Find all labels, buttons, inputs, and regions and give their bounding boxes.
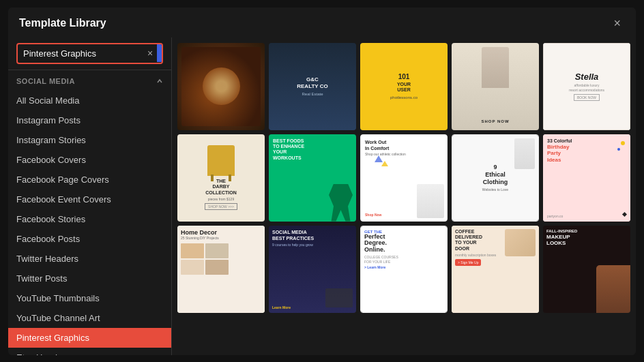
search-box: ×	[16, 43, 163, 64]
template-card[interactable]: 9EthicalClothing Websites to Love	[452, 134, 539, 222]
template-card[interactable]: BEST FOODSto enhanceYOURWORKOUTS	[269, 134, 356, 222]
template-card[interactable]: SHOP NOW	[452, 43, 539, 130]
template-card[interactable]: Stella affordable luxuryresort accommoda…	[543, 43, 630, 130]
sidebar-item-pinterest-graphics[interactable]: Pinterest Graphics	[8, 328, 171, 348]
template-card[interactable]: CoffeeDeliveredTo YourDoor monthly subsc…	[452, 226, 539, 313]
sidebar-item-twitter-posts[interactable]: Twitter Posts	[8, 269, 171, 288]
section-label: SOCIAL MEDIA	[16, 77, 75, 85]
sidebar: × SOCIAL MEDIA All	[8, 37, 172, 355]
modal-header: Template Library ×	[8, 7, 636, 37]
template-library-modal: Template Library × ×	[8, 7, 636, 355]
sidebar-item-youtube-thumbnails[interactable]: YouTube Thumbnails	[8, 288, 171, 308]
modal-overlay: Template Library × ×	[0, 0, 644, 362]
template-card[interactable]: Work OutIn Comfort Shop our athletic col…	[360, 134, 448, 222]
chevron-up-icon	[156, 78, 163, 85]
template-card[interactable]: 101 YOURUSER photlessons.co	[360, 43, 448, 130]
template-card[interactable]: G&CRealty Co Real Estate	[269, 43, 356, 130]
sidebar-item-youtube-channel-art[interactable]: YouTube Channel Art	[8, 308, 171, 328]
template-card[interactable]: THEDARBYCOLLECTION pieces from $129 SHOP…	[177, 134, 265, 222]
template-card[interactable]: Social MediaBest Practices 9 courses to …	[269, 226, 356, 313]
template-card[interactable]: Fall-Inspired MAKEUPLOOKS	[543, 226, 630, 313]
sidebar-item-instagram-posts[interactable]: Instagram Posts	[8, 110, 171, 130]
template-card[interactable]: 33 Colorful BirthdayPartyIdeas partyon.c…	[543, 134, 630, 222]
section-header: SOCIAL MEDIA	[8, 70, 171, 91]
modal-body: × SOCIAL MEDIA All	[8, 37, 636, 355]
template-grid: G&CRealty Co Real Estate 101 YOURUSER ph…	[177, 43, 630, 313]
template-card[interactable]: Home Decor 25 Stunning DIY Projects	[177, 226, 265, 313]
content-area: G&CRealty Co Real Estate 101 YOURUSER ph…	[172, 37, 636, 355]
modal-title: Template Library	[19, 17, 106, 29]
search-clear-button[interactable]: ×	[143, 48, 157, 59]
sidebar-item-facebook-page-covers[interactable]: Facebook Page Covers	[8, 170, 171, 190]
sidebar-item-facebook-stories[interactable]: Facebook Stories	[8, 209, 171, 229]
close-button[interactable]: ×	[609, 16, 625, 31]
template-card[interactable]: Get The PerfectDegree.Online. COLLEGE CO…	[360, 226, 448, 313]
search-submit-button[interactable]	[157, 44, 163, 62]
template-card[interactable]	[177, 43, 265, 130]
sidebar-item-facebook-posts[interactable]: Facebook Posts	[8, 229, 171, 249]
search-input[interactable]	[18, 44, 143, 63]
search-container: ×	[8, 37, 171, 70]
sidebar-item-facebook-event-covers[interactable]: Facebook Event Covers	[8, 190, 171, 209]
sidebar-item-twitter-headers[interactable]: Twitter Headers	[8, 249, 171, 269]
sidebar-item-all-social[interactable]: All Social Media	[8, 91, 171, 110]
sidebar-item-facebook-covers[interactable]: Facebook Covers	[8, 150, 171, 170]
sidebar-item-etsy-headers[interactable]: Etsy Headers	[8, 348, 171, 355]
sidebar-item-instagram-stories[interactable]: Instagram Stories	[8, 130, 171, 150]
